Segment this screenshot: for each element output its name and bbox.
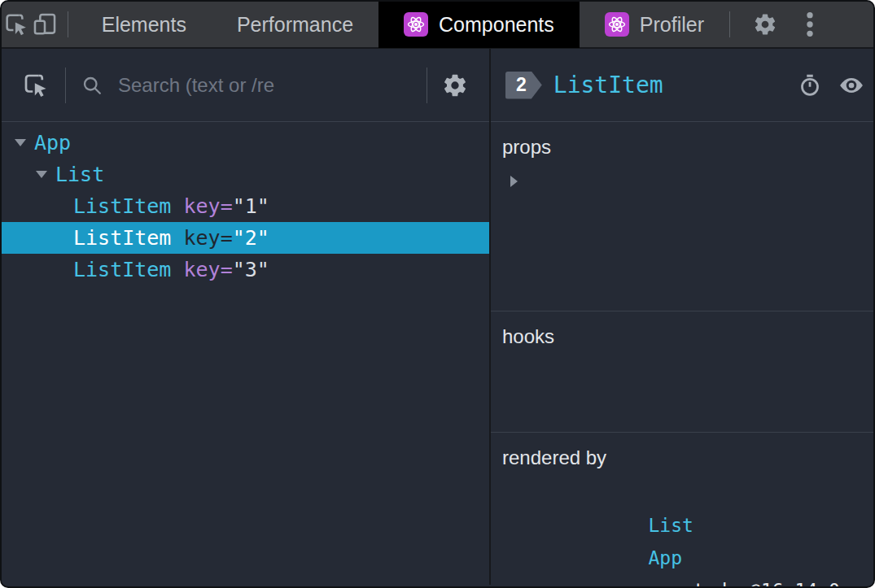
component-name: ListItem (73, 254, 171, 285)
react-icon (605, 12, 629, 37)
tree-row-listitem-1[interactable]: ListItem key="1" (2, 190, 489, 222)
hook-row-handletoggle[interactable]: Callback(handleToggle):ƒ () {} (491, 386, 875, 417)
equals-sign: = (221, 222, 233, 254)
tree-row-listitem-3[interactable]: ListItem key="3" (2, 254, 489, 285)
owner-link[interactable]: List (648, 515, 693, 536)
key-attr-value: "2" (233, 222, 269, 254)
stopwatch-icon (798, 73, 822, 98)
pick-component-button[interactable] (21, 71, 50, 100)
prop-row-removeitem[interactable]: removeItem:ƒ () {} (491, 197, 875, 228)
tab-label: Components (439, 13, 554, 37)
device-toolbar-button[interactable] (30, 1, 59, 48)
settings-button[interactable] (751, 1, 779, 48)
equals-sign: = (221, 190, 233, 222)
toolbar-separator (65, 68, 66, 103)
device-toolbar-icon (31, 11, 59, 38)
gear-icon (753, 12, 777, 37)
tab-components[interactable]: Components (378, 1, 580, 48)
tab-performance[interactable]: Performance (212, 1, 378, 48)
key-attr-value: "1" (233, 190, 269, 222)
component-tree: App List ListItem key="1" ListItem key="… (2, 122, 489, 585)
tab-profiler[interactable]: Profiler (580, 1, 729, 48)
details-panel: 2 ListItem (491, 49, 875, 585)
suspend-toggle-button[interactable] (798, 73, 822, 98)
expand-arrow-icon[interactable] (510, 176, 518, 187)
tabbar-separator (68, 11, 68, 37)
key-attr-value: "3" (233, 254, 269, 285)
devtools-window: Elements Performance Components (0, 0, 875, 588)
props-section-title: props (491, 122, 875, 166)
key-attr-name: key (183, 254, 220, 285)
view-settings-button[interactable] (442, 72, 468, 98)
tab-label: Profiler (640, 13, 704, 37)
search-icon (81, 74, 103, 97)
expand-arrow-icon[interactable] (36, 171, 55, 178)
renderer-version: react-dom@16.14.0 (648, 580, 839, 588)
more-options-button[interactable] (800, 1, 820, 48)
component-name: ListItem (73, 222, 171, 254)
inspect-dom-button[interactable] (838, 72, 864, 98)
rendered-by-section: rendered by List App react-dom@16.14.0 (491, 433, 875, 585)
tree-row-listitem-2-selected[interactable]: ListItem key="2" (2, 222, 489, 254)
element-badge: 2 (505, 72, 542, 99)
tree-row-app[interactable]: App (2, 127, 489, 159)
component-name: App (34, 127, 71, 159)
react-icon (404, 12, 428, 37)
tree-row-list[interactable]: List (2, 159, 489, 190)
selected-component-title: ListItem (553, 72, 663, 98)
gear-icon (442, 72, 468, 98)
eye-icon (838, 72, 864, 98)
inspect-cursor-icon (21, 71, 50, 100)
component-name: List (55, 159, 104, 190)
tab-elements[interactable]: Elements (77, 1, 212, 48)
hooks-section-title: hooks (491, 311, 875, 355)
toolbar-separator (427, 68, 427, 103)
hooks-section: hooks Callback(handleDelete):ƒ () {} Cal… (491, 311, 875, 433)
key-attr-name: key (183, 222, 220, 254)
components-panel: App List ListItem key="1" ListItem key="… (2, 49, 873, 585)
tab-label: Performance (237, 13, 353, 37)
tab-label: Elements (102, 13, 186, 37)
inspect-cursor-icon (2, 11, 30, 38)
expand-arrow-icon[interactable] (15, 139, 34, 146)
prop-row-item[interactable]: item:{id: 2, isComplete: t… (491, 166, 875, 197)
details-header: 2 ListItem (491, 49, 875, 122)
inspect-element-button[interactable] (2, 1, 30, 48)
rendered-by-title: rendered by (491, 433, 875, 477)
prop-row-toggleitem[interactable]: toggleItem:ƒ () {} (491, 228, 875, 259)
devtools-tabbar: Elements Performance Components (2, 2, 873, 49)
component-name: ListItem (73, 190, 171, 222)
search-input[interactable] (116, 73, 412, 98)
owner-link[interactable]: App (648, 547, 682, 568)
hook-row-handledelete[interactable]: Callback(handleDelete):ƒ () {} (491, 355, 875, 386)
key-attr-name: key (183, 190, 220, 222)
tabbar-separator (729, 11, 730, 37)
props-section: props item:{id: 2, isComplete: t… remove… (491, 122, 875, 311)
tree-panel: App List ListItem key="1" ListItem key="… (2, 49, 491, 585)
tree-toolbar (2, 49, 489, 122)
three-dots-menu-icon (805, 11, 815, 38)
equals-sign: = (221, 254, 233, 285)
rendered-by-row-list[interactable]: List (491, 477, 875, 509)
prop-row-new-entry[interactable]: new entry:"" (491, 259, 875, 290)
